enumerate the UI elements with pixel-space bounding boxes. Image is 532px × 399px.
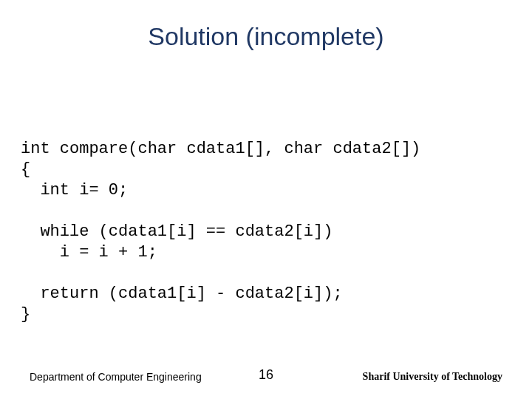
slide-title: Solution (incomplete) [0, 22, 532, 51]
code-block: int compare(char cdata1[], char cdata2[]… [21, 118, 511, 325]
footer-university: Sharif University of Technology [363, 371, 502, 383]
code-line: return (cdata1[i] - cdata2[i]); [21, 284, 343, 303]
code-line: { [21, 160, 30, 179]
code-line: int i= 0; [21, 181, 128, 200]
footer: Department of Computer Engineering 16 Sh… [0, 368, 532, 383]
code-line: int compare(char cdata1[], char cdata2[]… [21, 140, 420, 158]
code-line: i = i + 1; [21, 243, 157, 262]
code-line: } [21, 305, 30, 324]
code-line: while (cdata1[i] == cdata2[i]) [21, 222, 332, 241]
